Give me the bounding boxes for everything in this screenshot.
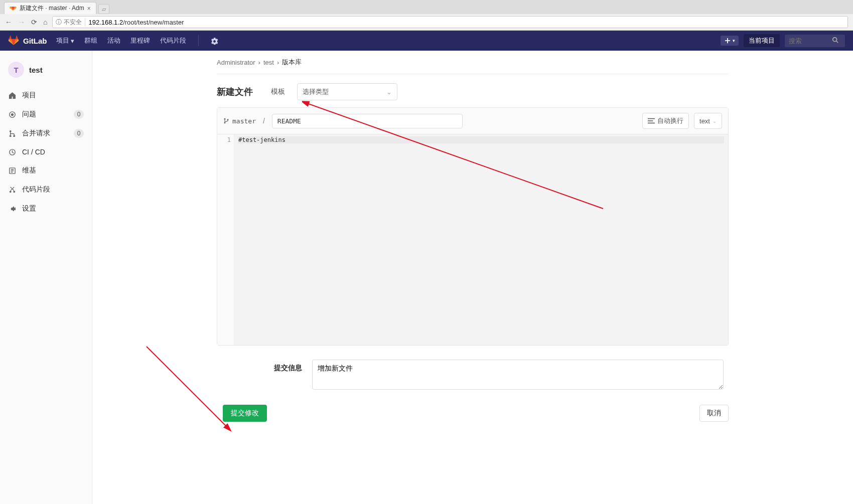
breadcrumb-repo: 版本库 <box>282 58 302 67</box>
nav-links: 项目 ▾ 群组 活动 里程碑 代码片段 <box>56 35 218 46</box>
ci-icon <box>8 148 16 156</box>
breadcrumb-admin[interactable]: Administrator <box>217 59 255 66</box>
nav-projects[interactable]: 项目 ▾ <box>56 36 74 45</box>
forward-icon[interactable]: → <box>18 18 25 26</box>
code-editor[interactable]: 1 #test-jenkins <box>217 134 728 345</box>
soft-wrap-toggle[interactable]: 自动换行 <box>642 113 689 129</box>
template-select[interactable]: 选择类型 ⌄ <box>297 83 397 100</box>
language-select[interactable]: text ⌄ <box>694 113 722 129</box>
sidebar-item-ci[interactable]: CI / CD <box>0 143 92 161</box>
chevron-down-icon: ⌄ <box>713 118 717 124</box>
snippets-icon <box>8 186 16 194</box>
branch-icon <box>223 117 229 124</box>
svg-point-2 <box>833 37 837 41</box>
svg-point-5 <box>11 113 13 115</box>
nav-snippets[interactable]: 代码片段 <box>160 36 186 45</box>
divider <box>198 35 199 46</box>
project-name: test <box>29 66 43 74</box>
wiki-icon <box>8 167 16 175</box>
sidebar-item-label: CI / CD <box>22 148 45 156</box>
count-badge: 0 <box>74 110 84 119</box>
close-icon[interactable]: × <box>87 5 91 12</box>
sidebar-item-wiki[interactable]: 维基 <box>0 161 92 180</box>
svg-point-11 <box>9 191 11 193</box>
warning-text: 不安全 <box>64 18 82 27</box>
svg-point-7 <box>9 135 11 137</box>
tab-bar: 新建文件 · master · Adm × ▱ <box>0 0 853 14</box>
page-title-row: 新建文件 模板 选择类型 ⌄ <box>217 74 729 107</box>
address-bar: ← → ⟳ ⌂ ⓘ 不安全 192.168.1.2/root/test/new/… <box>0 14 853 30</box>
editor-area: master / 自动换行 text ⌄ <box>217 107 729 346</box>
breadcrumb-project[interactable]: test <box>263 59 274 66</box>
info-icon: ⓘ <box>56 18 62 27</box>
form-actions: 提交修改 取消 <box>217 390 729 422</box>
sidebar-item-label: 代码片段 <box>22 185 50 194</box>
svg-point-13 <box>224 118 226 120</box>
commit-message-input[interactable] <box>312 360 724 390</box>
chevron-down-icon: ▾ <box>71 37 74 45</box>
cancel-button[interactable]: 取消 <box>699 405 729 422</box>
nav-milestones[interactable]: 里程碑 <box>130 36 150 45</box>
current-project-button[interactable]: 当前项目 <box>744 34 780 47</box>
sidebar-item-issues[interactable]: 问题0 <box>0 105 92 124</box>
breadcrumb: Administrator › test › 版本库 <box>217 51 729 74</box>
commit-label: 提交信息 <box>267 360 302 390</box>
top-nav: GitLab 项目 ▾ 群组 活动 里程碑 代码片段 ▾ 当前项目 <box>0 31 853 51</box>
svg-point-8 <box>13 135 15 137</box>
template-label: 模板 <box>271 87 285 96</box>
gitlab-logo-icon <box>8 35 19 47</box>
browser-tab[interactable]: 新建文件 · master · Adm × <box>4 2 96 14</box>
svg-rect-17 <box>648 120 653 121</box>
browser-chrome: 新建文件 · master · Adm × ▱ ← → ⟳ ⌂ ⓘ 不安全 19… <box>0 0 853 31</box>
sidebar-project-header[interactable]: T test <box>0 57 92 86</box>
sidebar: T test 项目问题0合并请求0CI / CD维基代码片段设置 <box>0 51 92 504</box>
tab-favicon <box>10 4 17 13</box>
admin-wrench-icon[interactable] <box>211 37 218 45</box>
template-select-value: 选择类型 <box>303 87 329 96</box>
svg-rect-18 <box>648 123 655 124</box>
new-dropdown[interactable]: ▾ <box>721 36 739 46</box>
svg-point-6 <box>9 130 11 132</box>
sidebar-item-home[interactable]: 项目 <box>0 86 92 105</box>
code-line: #test-jenkins <box>238 136 724 143</box>
file-header: master / 自动换行 text ⌄ <box>217 108 728 134</box>
sidebar-item-snippets[interactable]: 代码片段 <box>0 180 92 199</box>
search-input[interactable] <box>789 37 829 45</box>
code-body[interactable]: #test-jenkins <box>234 134 728 345</box>
brand[interactable]: GitLab <box>8 35 47 47</box>
home-icon[interactable]: ⌂ <box>43 18 47 26</box>
wrap-label: 自动换行 <box>657 116 683 125</box>
submit-button[interactable]: 提交修改 <box>223 405 267 422</box>
svg-point-12 <box>13 191 15 193</box>
new-tab-button[interactable]: ▱ <box>98 4 109 14</box>
count-badge: 0 <box>74 129 84 138</box>
svg-line-3 <box>836 41 838 43</box>
project-avatar: T <box>8 62 24 78</box>
main-content: Administrator › test › 版本库 新建文件 模板 选择类型 … <box>92 51 853 504</box>
branch-name: master <box>232 117 256 125</box>
sidebar-item-label: 项目 <box>22 91 36 100</box>
home-icon <box>8 92 16 99</box>
address-input[interactable]: ⓘ 不安全 192.168.1.2/root/test/new/master <box>52 16 848 28</box>
svg-rect-1 <box>725 40 731 41</box>
sidebar-item-settings[interactable]: 设置 <box>0 199 92 218</box>
line-number: 1 <box>217 136 231 143</box>
sidebar-item-label: 维基 <box>22 166 36 175</box>
nav-activity[interactable]: 活动 <box>107 36 120 45</box>
brand-text: GitLab <box>23 37 47 45</box>
sidebar-item-merge[interactable]: 合并请求0 <box>0 124 92 143</box>
nav-right: ▾ 当前项目 <box>721 34 845 47</box>
back-icon[interactable]: ← <box>5 18 12 26</box>
issues-icon <box>8 111 16 118</box>
url-text: 192.168.1.2/root/test/new/master <box>88 19 184 26</box>
reload-icon[interactable]: ⟳ <box>31 18 37 26</box>
nav-groups[interactable]: 群组 <box>84 36 97 45</box>
line-gutter: 1 <box>217 134 234 345</box>
search-icon[interactable] <box>832 37 839 45</box>
svg-line-20 <box>147 347 227 427</box>
svg-rect-16 <box>648 118 655 119</box>
sidebar-item-label: 问题 <box>22 110 36 119</box>
merge-icon <box>8 130 16 137</box>
search-box[interactable] <box>785 35 845 47</box>
filename-input[interactable] <box>272 114 463 128</box>
